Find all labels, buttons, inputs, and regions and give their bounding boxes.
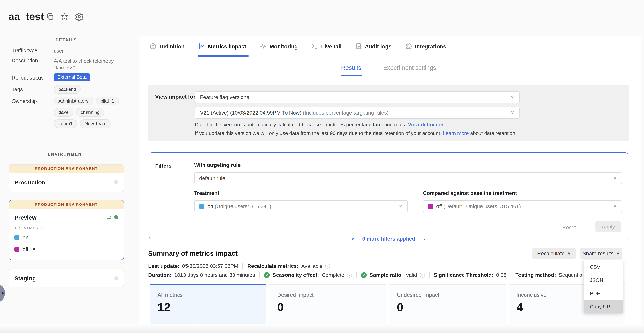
targeting-rule-select[interactable]: default rule — [194, 172, 622, 184]
treatment-off-swatch — [428, 204, 433, 209]
ownership-label: Ownership — [12, 98, 37, 104]
bottom-fade — [0, 324, 644, 333]
impact-source-select[interactable]: Feature flag versions — [195, 91, 520, 103]
swap-arrows-icon — [107, 214, 111, 220]
subtab-experiment-settings[interactable]: Experiment settings — [383, 64, 436, 72]
tab-bar: Definition Metrics impact Monitoring Liv… — [150, 36, 446, 56]
treatment-select[interactable]: on (Unique users: 316,341) — [194, 200, 408, 212]
card-desired-impact[interactable]: Desired impact 0 — [269, 284, 386, 324]
environment-heading: ENVIRONMENT — [8, 152, 124, 156]
filters-title: Filters — [155, 162, 172, 169]
env-name-staging: Staging — [14, 275, 114, 282]
owner-pill[interactable]: channing — [76, 108, 104, 116]
env-card-production[interactable]: PRODUCTION ENVIRONMENT Production — [8, 164, 124, 192]
chevron-down-icon — [398, 203, 403, 208]
treatment-row-off: off — [9, 243, 124, 255]
more-filters-toggle: 0 more filters applied — [149, 236, 628, 242]
check-circle-icon — [361, 272, 367, 278]
version-note-2: If you update this version we will only … — [195, 130, 517, 136]
rollout-status-label: Rollout status — [12, 75, 44, 81]
menu-item-copy-url[interactable]: Copy URL — [584, 300, 622, 313]
production-env-banner: PRODUCTION ENVIRONMENT — [9, 164, 124, 173]
help-icon[interactable] — [347, 272, 352, 278]
version-note-1: Data for this version is automatically c… — [195, 122, 444, 128]
tab-audit-logs[interactable]: Audit logs — [355, 36, 392, 56]
tag-pill[interactable]: backend — [54, 85, 81, 94]
owner-pill[interactable]: Administrators — [54, 97, 93, 105]
summary-title: Summary of metrics impact — [148, 250, 238, 258]
gear-icon[interactable] — [75, 12, 84, 21]
share-results-button[interactable]: Share results — [580, 248, 622, 259]
apply-button[interactable]: Apply — [595, 221, 622, 232]
chevron-down-icon — [568, 251, 571, 256]
treatment-on-swatch — [14, 235, 20, 240]
tab-metrics-impact[interactable]: Metrics impact — [198, 36, 246, 56]
tags-list: backend — [54, 85, 126, 94]
menu-item-pdf[interactable]: PDF — [584, 286, 622, 300]
baseline-select[interactable]: off (Default | Unique users: 315,461) — [423, 200, 622, 212]
traffic-type-label: Traffic type — [12, 48, 38, 54]
treatment-row-on: on — [9, 232, 124, 243]
menu-item-csv[interactable]: CSV — [584, 260, 622, 273]
copy-icon[interactable] — [46, 12, 54, 21]
owner-pill[interactable]: Team1 — [54, 119, 77, 128]
subtab-results[interactable]: Results — [341, 64, 361, 72]
metric-summary-cards: All metrics 12 Desired impact 0 Undesire… — [150, 284, 625, 324]
menu-item-json[interactable]: JSON — [584, 273, 622, 286]
baseline-label: Compared against baseline treatment — [423, 190, 517, 196]
view-impact-label: View impact for — [155, 94, 195, 100]
rollout-status-badge[interactable]: External Beta — [54, 73, 90, 81]
status-dot-gray — [114, 276, 118, 280]
chevron-down-icon — [616, 251, 620, 256]
page: aa_test DETAILS Traffic type user Descri… — [0, 0, 644, 333]
reset-button[interactable]: Reset — [562, 224, 576, 230]
help-icon[interactable] — [420, 272, 425, 278]
summary-meta-row-2: Duration: 1013 days 8 hours and 33 minut… — [148, 272, 584, 278]
treatments-heading: TREATMENTS — [9, 226, 124, 230]
card-all-metrics[interactable]: All metrics 12 — [150, 284, 266, 324]
learn-more-link[interactable]: Learn more — [443, 130, 469, 136]
default-treatment-icon — [32, 246, 36, 252]
page-title: aa_test — [8, 10, 44, 22]
version-select[interactable]: V21 (Active) (10/03/2022 04:59PM To Now)… — [195, 107, 520, 118]
chevron-down-icon — [510, 94, 514, 99]
recalculate-button[interactable]: Recalculate — [532, 248, 576, 259]
env-name-preview: Preview — [14, 214, 107, 220]
treatment-label: Treatment — [194, 190, 219, 196]
chevron-down-icon — [423, 237, 426, 241]
owner-pill[interactable]: dave — [54, 108, 73, 116]
view-definition-link[interactable]: View definition — [408, 122, 444, 128]
chevron-down-icon — [613, 175, 617, 180]
tab-definition[interactable]: Definition — [150, 36, 184, 56]
status-dot-gray — [114, 180, 118, 184]
chevron-down-icon — [613, 203, 617, 208]
details-heading: DETAILS — [8, 38, 124, 42]
production-env-banner: PRODUCTION ENVIRONMENT — [9, 200, 124, 208]
chevron-down-icon — [510, 110, 514, 115]
owner-pill[interactable]: New Team — [80, 119, 111, 128]
env-card-preview[interactable]: PRODUCTION ENVIRONMENT Preview TREATMENT… — [8, 200, 124, 260]
chevron-down-icon — [351, 237, 354, 241]
description-value: A/A test to check telemetry "fairness" — [54, 58, 125, 71]
treatment-on-swatch — [199, 204, 204, 209]
env-card-staging[interactable]: Staging — [8, 269, 124, 288]
description-label: Description — [12, 58, 38, 64]
card-undesired-impact[interactable]: Undesired impact 0 — [389, 284, 506, 324]
treatment-off-swatch — [14, 247, 20, 252]
star-icon[interactable] — [60, 12, 68, 21]
results-subtab-bar: Results Experiment settings — [149, 64, 628, 72]
traffic-type-value: user — [54, 48, 125, 54]
tab-integrations[interactable]: Integrations — [405, 36, 446, 56]
check-circle-icon — [264, 272, 270, 278]
status-dot-green — [114, 215, 118, 219]
tab-live-tail[interactable]: Live tail — [312, 36, 342, 56]
tab-monitoring[interactable]: Monitoring — [260, 36, 298, 56]
sidebar-expand-handle[interactable] — [0, 285, 5, 302]
info-icon[interactable] — [325, 264, 330, 269]
tags-label: Tags — [12, 86, 23, 92]
targeting-rule-label: With targeting rule — [194, 162, 240, 168]
owner-pill[interactable]: bilal+1 — [96, 97, 119, 105]
ownership-list: Administrators bilal+1 dave channing Tea… — [54, 97, 126, 128]
summary-meta-row-1: Last update: 05/30/2025 03:57:06PM Recal… — [148, 263, 330, 269]
env-name-production: Production — [14, 179, 114, 186]
